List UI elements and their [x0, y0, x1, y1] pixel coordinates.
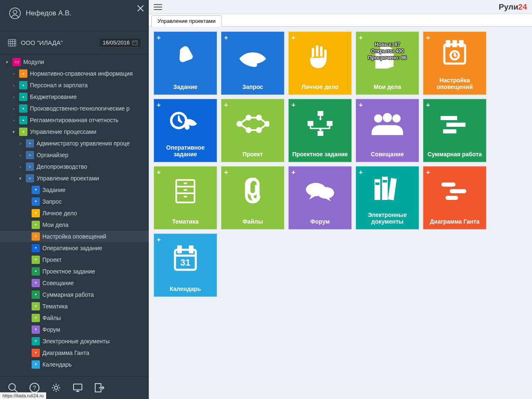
tile-title: Проектное задание — [291, 148, 350, 162]
plus-icon[interactable]: + — [291, 101, 296, 109]
tile-10[interactable]: + Тематика — [154, 166, 217, 229]
tree-leaf-9[interactable]: • Суммарная работа — [0, 289, 149, 300]
plus-icon[interactable]: + — [224, 168, 228, 177]
plus-icon[interactable]: + — [157, 168, 161, 177]
tile-stats: Новых: 87 Открыто: 400 Просрочено: 86 — [356, 41, 419, 62]
plus-icon[interactable]: + — [224, 34, 228, 42]
tree-leaf-12[interactable]: • Форум — [0, 324, 149, 335]
tile-icon: 31 — [172, 234, 198, 283]
plus-icon[interactable]: + — [157, 34, 161, 42]
tile-0[interactable]: + Задание — [154, 32, 217, 95]
tile-2[interactable]: + Личное дело — [288, 32, 352, 95]
tree-proc-2[interactable]: › ▫ Делопроизводство — [0, 161, 149, 172]
tree-label: Администратор управления проце — [37, 140, 130, 147]
tile-11[interactable]: + Файлы — [221, 166, 284, 229]
tree-label: Управление проектами — [37, 175, 99, 182]
tile-14[interactable]: + Диаграмма Ганта — [423, 166, 486, 229]
help-button[interactable]: ? — [29, 382, 40, 393]
tree-leaf-1[interactable]: • Запрос — [0, 196, 149, 207]
tree-module-2[interactable]: › ▪ Бюджетирование — [0, 91, 149, 103]
tree-module-0[interactable]: › ▪ Нормативно-справочная информация — [0, 68, 149, 79]
topbar: Рули24 — [149, 0, 532, 14]
module-icon: ▫ — [26, 151, 34, 159]
close-sidebar-button[interactable] — [136, 4, 145, 12]
logout-button[interactable] — [94, 382, 105, 393]
tree-leaf-2[interactable]: • Личное дело — [0, 207, 149, 219]
leaf-icon: • — [32, 291, 40, 299]
tree-label: Проект — [42, 256, 62, 263]
tile-icon — [169, 99, 202, 142]
tile-title: Календарь — [168, 283, 202, 296]
tile-15[interactable]: + 31 Календарь — [154, 234, 217, 297]
tree-leaf-0[interactable]: • Задание — [0, 184, 149, 196]
leaf-icon: • — [32, 314, 40, 322]
plus-icon[interactable]: + — [291, 34, 296, 42]
tree-label: Делопроизводство — [37, 163, 87, 170]
search-button[interactable] — [7, 382, 18, 393]
plus-icon[interactable]: + — [359, 101, 363, 109]
tree-module-5[interactable]: ▾ ▪ Управление процессами — [0, 126, 149, 138]
plus-icon[interactable]: + — [426, 101, 430, 109]
tree-module-3[interactable]: › ▪ Производственно-технологические р — [0, 103, 149, 114]
tile-4[interactable]: + Настройка оповещений — [423, 32, 486, 95]
chevron-down-icon: ▾ — [4, 59, 10, 65]
tree-label: Календарь — [42, 361, 72, 368]
tree-leaf-7[interactable]: • Проектное задание — [0, 266, 149, 277]
tree-label: Диаграмма Ганта — [42, 350, 89, 356]
menu-button[interactable] — [154, 4, 162, 10]
plus-icon[interactable]: + — [291, 168, 296, 177]
plus-icon[interactable]: + — [426, 168, 430, 177]
tab-project-management[interactable]: Управление проектами — [151, 15, 222, 27]
plus-icon[interactable]: + — [224, 101, 228, 109]
tree-leaf-4[interactable]: • Настройка оповещений — [0, 231, 149, 242]
tree-leaf-14[interactable]: • Диаграмма Ганта — [0, 347, 149, 359]
user-block[interactable]: Нефедов А.В. — [0, 0, 149, 31]
tree-module-4[interactable]: › ▪ Регламентированная отчетность — [0, 114, 149, 126]
tree-leaf-8[interactable]: • Совещание — [0, 277, 149, 289]
tile-13[interactable]: + Электронные документы — [356, 166, 419, 229]
tile-7[interactable]: + Проектное задание — [288, 99, 352, 162]
chevron-down-icon: ▾ — [17, 176, 23, 181]
tile-icon — [439, 99, 470, 148]
tile-grid: + Задание + Запрос + Личное дело + Новых… — [149, 27, 532, 302]
tile-title: Оперативное задание — [154, 142, 217, 162]
tree-leaf-13[interactable]: • Электронные документы — [0, 335, 149, 347]
svg-rect-37 — [308, 121, 313, 126]
tile-3[interactable]: + Новых: 87 Открыто: 400 Просрочено: 86 … — [356, 32, 419, 95]
plus-icon[interactable]: + — [157, 101, 161, 109]
date-field[interactable]: 16/05/2016 — [99, 38, 141, 47]
tree-leaf-6[interactable]: • Проект — [0, 254, 149, 266]
svg-point-12 — [9, 384, 15, 390]
tree-proc-1[interactable]: › ▫ Органайзер — [0, 149, 149, 161]
plus-icon[interactable]: + — [359, 168, 363, 177]
brand-number: 24 — [518, 2, 527, 11]
tile-1[interactable]: + Запрос — [221, 32, 284, 95]
tree-label: Форум — [42, 326, 60, 333]
monitor-button[interactable] — [72, 382, 83, 393]
tree-leaf-10[interactable]: • Тематика — [0, 300, 149, 312]
tree-label: Настройка оповещений — [42, 233, 106, 240]
plus-icon[interactable]: + — [157, 236, 161, 244]
tree-proc-0[interactable]: › ▫ Администратор управления проце — [0, 138, 149, 149]
tree-module-1[interactable]: › ▪ Персонал и зарплата — [0, 79, 149, 91]
plus-icon[interactable]: + — [359, 34, 363, 42]
brand-text: Рули — [499, 2, 518, 11]
tree-leaf-15[interactable]: • Календарь — [0, 359, 149, 370]
tree-leaf-3[interactable]: • Мои дела — [0, 219, 149, 231]
tile-12[interactable]: + Форум — [288, 166, 352, 229]
tree-leaf-11[interactable]: • Файлы — [0, 312, 149, 324]
tree-proc-3[interactable]: ▾ ▫ Управление проектами — [0, 172, 149, 184]
nav-tree[interactable]: ▾ ▭ Модули › ▪ Нормативно-справочная инф… — [0, 54, 149, 376]
tree-leaf-5[interactable]: • Оперативное задание — [0, 242, 149, 254]
tab-bar: Управление проектами — [149, 14, 532, 27]
tree-root-modules[interactable]: ▾ ▭ Модули — [0, 56, 149, 68]
tile-5[interactable]: + Оперативное задание — [154, 99, 217, 162]
tree-label: Оперативное задание — [42, 245, 102, 251]
tile-9[interactable]: + Суммарная работа — [423, 99, 486, 162]
plus-icon[interactable]: + — [426, 34, 430, 42]
tile-title: Задание — [172, 81, 199, 94]
tile-6[interactable]: + Проект — [221, 99, 284, 162]
tile-8[interactable]: + Совещание — [356, 99, 419, 162]
tile-icon — [171, 32, 200, 81]
settings-button[interactable] — [51, 382, 62, 393]
